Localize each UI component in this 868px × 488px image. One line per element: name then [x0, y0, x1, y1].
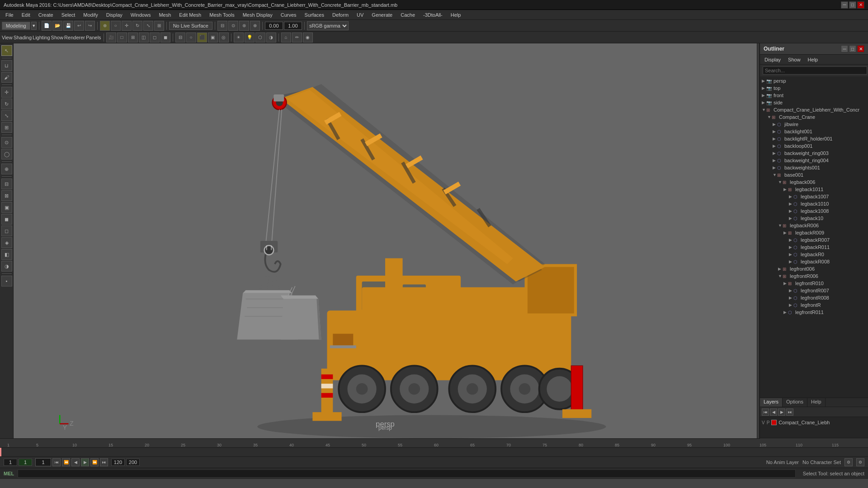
mode-selector[interactable]: Modeling	[2, 22, 30, 30]
tree-item-legfrontR[interactable]: ▶⬡legfrontR	[760, 301, 868, 309]
universal-button[interactable]: ⊞	[154, 21, 164, 31]
menu-mesh-tools[interactable]: Mesh Tools	[206, 10, 238, 19]
tree-item-backweight_ring003[interactable]: ▶⬡backweight_ring003	[760, 150, 868, 157]
tree-item-backloop001[interactable]: ▶⬡backloop001	[760, 142, 868, 150]
redo-button[interactable]: ↪	[85, 21, 95, 31]
play-back-button[interactable]: ◀	[71, 458, 80, 466]
mode-dropdown[interactable]: ▼	[31, 22, 37, 30]
tree-arrow-legback10[interactable]: ▶	[789, 216, 793, 221]
outliner-show-menu[interactable]: Show	[785, 55, 803, 64]
snap-view-button[interactable]: ⊕	[250, 21, 260, 31]
tree-item-base001[interactable]: ▼⊞base001	[760, 171, 868, 178]
outliner-search-input[interactable]	[763, 66, 867, 75]
close-button[interactable]: ✕	[857, 1, 864, 9]
layers-tab[interactable]: Layers	[760, 398, 783, 407]
value2-input[interactable]	[284, 22, 302, 30]
paint-select-tool[interactable]: 🖌	[1, 72, 12, 83]
menu-create[interactable]: Create	[35, 10, 57, 19]
value1-input[interactable]	[265, 22, 283, 30]
menu-mesh[interactable]: Mesh	[155, 10, 175, 19]
tree-item-legbackR009[interactable]: ▶⊞legbackR009	[760, 229, 868, 236]
tree-item-legback1008[interactable]: ▶⬡legback1008	[760, 207, 868, 215]
menu-modify[interactable]: Modify	[80, 10, 101, 19]
tree-arrow-root[interactable]: ▼	[762, 108, 766, 112]
tree-item-legfront006[interactable]: ▶⊞legfront006	[760, 265, 868, 272]
minimize-button[interactable]: ─	[841, 1, 848, 9]
display4-tool[interactable]: ◼	[1, 214, 12, 225]
tree-item-legfrontR006[interactable]: ▼⊞legfrontR006	[760, 272, 868, 280]
options-tab[interactable]: Options	[783, 398, 807, 407]
isolate-button[interactable]: ◉	[303, 33, 313, 42]
tree-item-legfrontR010[interactable]: ▶⊞legfrontR010	[760, 280, 868, 287]
save-button[interactable]: 💾	[63, 21, 73, 31]
char-settings-btn[interactable]: ⚙	[856, 458, 864, 466]
tree-arrow-legfrontR010[interactable]: ▶	[783, 281, 788, 286]
maximize-button[interactable]: □	[849, 1, 856, 9]
show-manips-tool[interactable]: ⊕	[1, 164, 12, 174]
outliner-display-menu[interactable]: Display	[762, 55, 783, 64]
tree-arrow-legfrontR011[interactable]: ▶	[783, 310, 788, 314]
tree-item-backlightR_holder001[interactable]: ▶⬡backlightR_holder001	[760, 135, 868, 142]
vp-menu-lighting[interactable]: Lighting	[33, 35, 50, 40]
tree-arrow-legfront006[interactable]: ▶	[778, 267, 783, 271]
layer-color-swatch[interactable]	[771, 420, 777, 425]
display2-tool[interactable]: ⊠	[1, 190, 12, 201]
vp-btn1[interactable]: □	[117, 33, 127, 42]
tree-arrow-compact_crane[interactable]: ▼	[767, 115, 772, 119]
tree-arrow-legfrontR[interactable]: ▶	[789, 303, 793, 307]
tree-item-legback10[interactable]: ▶⬡legback10	[760, 215, 868, 222]
tree-arrow-backweight_ring003[interactable]: ▶	[773, 151, 777, 155]
layer-prev[interactable]: ◀	[770, 408, 777, 416]
tree-arrow-legback1008[interactable]: ▶	[789, 209, 793, 213]
frame-number-input[interactable]	[35, 458, 51, 466]
tree-arrow-legbackR009[interactable]: ▶	[783, 230, 788, 235]
tree-arrow-side[interactable]: ▶	[762, 100, 766, 105]
layer-next[interactable]: ▶	[778, 408, 785, 416]
menu-mesh-display[interactable]: Mesh Display	[239, 10, 276, 19]
outliner-help-menu[interactable]: Help	[805, 55, 821, 64]
soft-mod-tool[interactable]: ⊙	[1, 137, 12, 148]
universal-tool[interactable]: ⊞	[1, 122, 12, 133]
tree-arrow-legbackR008[interactable]: ▶	[789, 259, 793, 264]
menu-select[interactable]: Select	[58, 10, 79, 19]
menu-3dto[interactable]: -3DtoAll-	[420, 10, 446, 19]
prev-frame-button[interactable]: ⏪	[62, 458, 70, 466]
menu-cache[interactable]: Cache	[397, 10, 419, 19]
layer-prev-prev[interactable]: ⏮	[762, 408, 769, 416]
menu-deform[interactable]: Deform	[329, 10, 352, 19]
select-loop-button[interactable]: ⌂	[281, 33, 291, 42]
display3-tool[interactable]: ▣	[1, 202, 12, 213]
viewport[interactable]: persp Y Z persp	[14, 43, 757, 438]
tree-arrow-backlight001[interactable]: ▶	[773, 129, 777, 134]
outliner-maximize[interactable]: □	[849, 45, 856, 52]
tree-arrow-legbackR006[interactable]: ▼	[778, 223, 783, 228]
tree-arrow-base001[interactable]: ▼	[773, 173, 777, 177]
wireframe-button[interactable]: ⊟	[175, 33, 185, 42]
tree-item-legbackR007[interactable]: ▶⬡legbackR007	[760, 236, 868, 244]
rotate-button[interactable]: ↻	[132, 21, 142, 31]
menu-generate[interactable]: Generate	[368, 10, 396, 19]
tree-arrow-legfrontR008[interactable]: ▶	[789, 296, 793, 300]
anim-settings-btn[interactable]: ⚙	[844, 458, 853, 466]
menu-windows[interactable]: Windows	[127, 10, 155, 19]
menu-file[interactable]: File	[2, 10, 17, 19]
tree-arrow-legback1011[interactable]: ▶	[783, 187, 788, 192]
tree-item-legfrontR011[interactable]: ▶⬡legfrontR011	[760, 309, 868, 316]
tree-arrow-backloop001[interactable]: ▶	[773, 144, 777, 148]
snap-curve-button[interactable]: ⊙	[228, 21, 238, 31]
vp-menu-shading[interactable]: Shading	[14, 35, 32, 40]
xray-button[interactable]: ◎	[219, 33, 229, 42]
menu-curves[interactable]: Curves	[277, 10, 300, 19]
paint-button[interactable]: ✏	[292, 33, 302, 42]
vp-menu-panels[interactable]: Panels	[86, 35, 101, 40]
tree-item-backweights001[interactable]: ▶⬡backweights001	[760, 164, 868, 171]
light2-button[interactable]: 💡	[245, 33, 255, 42]
tree-item-root[interactable]: ▼⊞Compact_Crane_Liebherr_With_Concr	[760, 106, 868, 113]
tree-item-top[interactable]: ▶📷top	[760, 84, 868, 92]
menu-surfaces[interactable]: Surfaces	[301, 10, 328, 19]
select-tool-button[interactable]: ⊕	[100, 21, 110, 31]
snap-grid-button[interactable]: ⊟	[217, 21, 227, 31]
scale-button[interactable]: ⤡	[143, 21, 153, 31]
tree-arrow-legback006[interactable]: ▼	[778, 180, 783, 184]
open-button[interactable]: 📂	[52, 21, 62, 31]
